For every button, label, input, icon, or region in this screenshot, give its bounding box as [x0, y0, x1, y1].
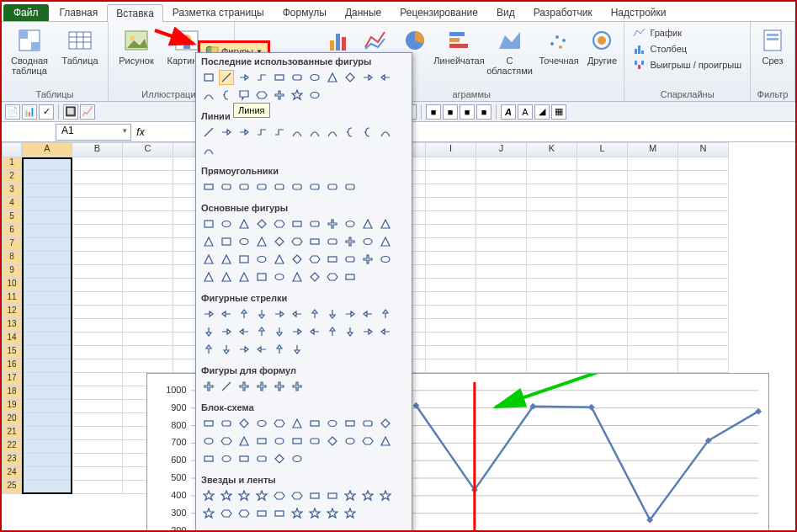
shape-rect[interactable] — [236, 451, 252, 466]
column-header[interactable]: L — [577, 142, 628, 157]
shape-diamond[interactable] — [236, 416, 252, 431]
row-header[interactable]: 24 — [2, 467, 22, 481]
shape-plus[interactable] — [325, 216, 340, 231]
shape-diamond[interactable] — [290, 252, 305, 267]
shape-plus[interactable] — [201, 379, 216, 394]
row-header[interactable]: 9 — [2, 265, 22, 279]
shape-rrect[interactable] — [254, 451, 269, 466]
tab-developer[interactable]: Разработчик — [524, 3, 602, 21]
shape-plus[interactable] — [272, 88, 287, 103]
select-all-corner[interactable] — [2, 142, 22, 157]
toolbar-icon[interactable]: ■ — [460, 104, 475, 120]
shape-arrowL[interactable] — [360, 306, 375, 322]
shape-rrect[interactable] — [236, 179, 252, 194]
toolbar-icon[interactable]: ■ — [443, 104, 458, 120]
shape-star[interactable] — [290, 88, 305, 103]
shape-arrow[interactable] — [236, 125, 252, 140]
row-header[interactable]: 2 — [2, 171, 22, 184]
row-header[interactable]: 11 — [2, 292, 22, 306]
qat-icon-2[interactable]: 📊 — [22, 104, 37, 120]
shape-hex[interactable] — [325, 269, 340, 285]
shape-star[interactable] — [360, 488, 375, 503]
row-header[interactable]: 21 — [2, 427, 22, 440]
fx-icon[interactable]: fx — [133, 126, 148, 138]
shape-rect[interactable] — [201, 179, 216, 194]
shape-rect[interactable] — [343, 269, 358, 285]
shape-tri[interactable] — [360, 216, 375, 231]
shape-arrowL[interactable] — [307, 324, 322, 339]
shape-diamond[interactable] — [307, 269, 322, 285]
shape-rect[interactable] — [325, 488, 340, 503]
shape-text[interactable] — [254, 269, 269, 285]
shape-rrect[interactable] — [219, 416, 234, 431]
row-header[interactable]: 12 — [2, 306, 22, 319]
shape-oval[interactable] — [290, 451, 305, 466]
shape-arrowU[interactable] — [378, 306, 393, 322]
sparkline-line-button[interactable]: График — [630, 25, 745, 40]
shape-tri[interactable] — [254, 234, 269, 249]
shape-arrowD[interactable] — [272, 324, 287, 339]
picture-button[interactable]: Рисунок — [114, 25, 159, 67]
shape-arrowL[interactable] — [254, 342, 269, 357]
shape-oval[interactable] — [254, 416, 269, 431]
shape-brace[interactable] — [343, 125, 358, 140]
shape-tri[interactable] — [236, 434, 252, 449]
row-header[interactable]: 22 — [2, 440, 22, 454]
shape-tri[interactable] — [219, 252, 234, 267]
row-header[interactable]: 1 — [2, 157, 22, 171]
shape-diamond[interactable] — [325, 434, 340, 449]
shape-diamond[interactable] — [378, 416, 393, 431]
shape-rect[interactable] — [254, 506, 269, 521]
shape-arrowD[interactable] — [343, 324, 358, 339]
row-header[interactable]: 3 — [2, 184, 22, 198]
shape-arrow[interactable] — [360, 70, 375, 85]
shape-hex[interactable] — [272, 488, 287, 503]
shape-rect[interactable] — [307, 234, 322, 249]
shape-diamond[interactable] — [272, 234, 287, 249]
column-header[interactable]: K — [527, 142, 577, 157]
row-header[interactable]: 7 — [2, 238, 22, 252]
shape-plus[interactable] — [272, 379, 287, 394]
shape-tri[interactable] — [325, 70, 340, 85]
slicer-button[interactable]: Срез — [756, 25, 789, 67]
toolbar-icon[interactable]: ▦ — [551, 104, 566, 120]
shape-oval[interactable] — [325, 416, 340, 431]
shape-star[interactable] — [201, 506, 216, 521]
shape-hex[interactable] — [272, 416, 287, 431]
shape-oval[interactable] — [307, 88, 322, 103]
shape-star[interactable] — [343, 506, 358, 521]
shape-tri[interactable] — [236, 216, 252, 231]
column-header[interactable]: I — [426, 142, 476, 157]
shape-rrect[interactable] — [254, 179, 269, 194]
shape-curve[interactable] — [201, 88, 216, 103]
shape-hex[interactable] — [307, 252, 322, 267]
tab-formulas[interactable]: Формулы — [274, 3, 336, 21]
shape-arrowL[interactable] — [378, 70, 393, 85]
file-tab[interactable]: Файл — [3, 4, 49, 21]
shape-arrowU[interactable] — [236, 306, 252, 322]
shape-arrowU[interactable] — [307, 306, 322, 322]
shape-arrow[interactable] — [219, 125, 234, 140]
shape-text[interactable] — [236, 252, 252, 267]
row-header[interactable]: 13 — [2, 319, 22, 332]
row-header[interactable]: 6 — [2, 225, 22, 238]
shape-rect[interactable] — [201, 451, 216, 466]
shape-arrow[interactable] — [343, 306, 358, 322]
tab-addins[interactable]: Надстройки — [602, 3, 676, 21]
row-header[interactable]: 4 — [2, 198, 22, 211]
shape-tri[interactable] — [201, 252, 216, 267]
shape-line[interactable] — [201, 125, 216, 140]
area-chart-button[interactable]: С областями — [487, 25, 533, 77]
shape-curve[interactable] — [325, 125, 340, 140]
shape-arrow[interactable] — [272, 306, 287, 322]
row-header[interactable]: 20 — [2, 413, 22, 427]
shape-rrect[interactable] — [343, 179, 358, 194]
shape-hex[interactable] — [236, 506, 252, 521]
shape-arrowD[interactable] — [219, 342, 234, 357]
row-header[interactable]: 5 — [2, 211, 22, 225]
shape-text[interactable] — [219, 234, 234, 249]
other-charts-button[interactable]: Другие — [586, 25, 619, 67]
toolbar-icon[interactable]: A — [501, 104, 516, 120]
qat-icon-5[interactable]: 📈 — [80, 104, 95, 120]
shape-tri[interactable] — [272, 252, 287, 267]
